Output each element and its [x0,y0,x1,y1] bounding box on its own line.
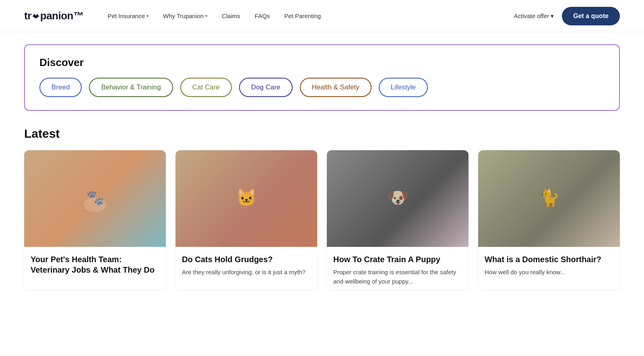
card-2-body: Do Cats Hold Grudges? Are they really un… [175,247,317,281]
main-nav: tr panion™ Pet Insurance ▾ Why Trupanion… [0,0,644,32]
card-1-body: Your Pet's Health Team: Veterinary Jobs … [24,247,166,282]
pill-health-safety[interactable]: Health & Safety [300,78,372,97]
card-3-title: How To Crate Train A Puppy [333,254,462,265]
discover-pills: Breed Behavior & Training Cat Care Dog C… [39,78,605,97]
get-quote-button[interactable]: Get a quote [562,7,620,25]
nav-pet-parenting[interactable]: Pet Parenting [284,12,321,19]
nav-links: Pet Insurance ▾ Why Trupanion ▾ Claims F… [108,12,514,19]
nav-faqs[interactable]: FAQs [255,12,270,19]
card-2[interactable]: 🐱 Do Cats Hold Grudges? Are they really … [175,150,317,290]
chevron-down-icon: ▾ [147,14,149,18]
nav-right: Activate offer ▾ Get a quote [514,7,620,25]
card-3-desc: Proper crate training is essential for t… [333,268,462,286]
nav-claims[interactable]: Claims [222,12,240,19]
card-1[interactable]: 🐾 Your Pet's Health Team: Veterinary Job… [24,150,166,290]
card-2-desc: Are they really unforgiving, or is it ju… [182,268,311,277]
chevron-down-icon: ▾ [551,12,554,20]
pill-cat-care[interactable]: Cat Care [180,78,232,97]
card-1-title: Your Pet's Health Team: Veterinary Jobs … [31,254,159,275]
latest-section: Latest 🐾 Your Pet's Health Team: Veterin… [0,119,644,306]
discover-title: Discover [39,56,605,69]
discover-section: Discover Breed Behavior & Training Cat C… [24,44,620,111]
card-3[interactable]: 🐶 How To Crate Train A Puppy Proper crat… [327,150,469,290]
paw-icon [32,12,39,19]
pill-breed[interactable]: Breed [39,78,82,97]
chevron-down-icon: ▾ [205,14,207,18]
card-3-image: 🐶 [327,150,469,247]
nav-why-trupanion[interactable]: Why Trupanion ▾ [163,12,207,19]
card-4-image: 🐈 [478,150,620,247]
svg-point-3 [33,15,34,17]
cards-grid: 🐾 Your Pet's Health Team: Veterinary Job… [24,150,620,290]
svg-text:🐶: 🐶 [387,188,409,208]
card-4[interactable]: 🐈 What is a Domestic Shorthair? How well… [478,150,620,290]
svg-text:🐱: 🐱 [236,188,257,208]
svg-text:🐈: 🐈 [539,188,560,208]
card-4-desc: How well do you really know... [485,268,613,277]
latest-title: Latest [24,127,620,141]
logo-text: tr [24,10,31,22]
pill-lifestyle[interactable]: Lifestyle [379,78,428,97]
pill-dog-care[interactable]: Dog Care [239,78,293,97]
svg-text:🐾: 🐾 [86,189,104,206]
svg-point-4 [37,15,39,17]
card-2-image: 🐱 [175,150,317,247]
nav-pet-insurance[interactable]: Pet Insurance ▾ [108,12,149,19]
logo-text-2: panion™ [40,10,84,22]
card-4-body: What is a Domestic Shorthair? How well d… [478,247,620,281]
card-4-title: What is a Domestic Shorthair? [485,254,613,265]
logo[interactable]: tr panion™ [24,10,84,22]
pill-behavior-training[interactable]: Behavior & Training [89,78,173,97]
card-1-image: 🐾 [24,150,166,247]
card-3-body: How To Crate Train A Puppy Proper crate … [327,247,469,290]
card-2-title: Do Cats Hold Grudges? [182,254,311,265]
activate-offer-link[interactable]: Activate offer ▾ [514,12,554,20]
